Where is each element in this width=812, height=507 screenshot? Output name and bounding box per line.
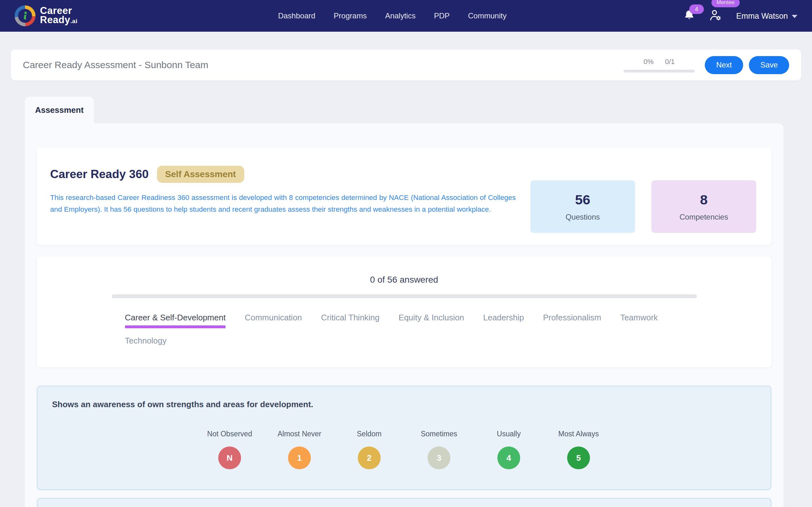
- nav-item-programs[interactable]: Programs: [334, 11, 367, 20]
- stat-competencies-value: 8: [700, 192, 708, 208]
- rating-option[interactable]: Almost Never1: [264, 430, 334, 469]
- progress-fraction: 0/1: [665, 58, 675, 66]
- progress-percent: 0%: [644, 58, 654, 66]
- role-badge: Mentee: [711, 0, 740, 7]
- header-progress-bar: [623, 70, 695, 72]
- top-navbar: Career Ready.ai Dashboard Programs Analy…: [0, 0, 812, 32]
- stat-competencies: 8 Competencies: [652, 180, 756, 233]
- rating-option-button[interactable]: 3: [427, 447, 450, 469]
- brand-name: Career Ready.ai: [40, 6, 78, 26]
- logo-person-icon: [14, 5, 36, 26]
- rating-option-button[interactable]: 4: [497, 447, 520, 469]
- rating-option-button[interactable]: 1: [288, 447, 311, 469]
- nav-item-analytics[interactable]: Analytics: [385, 11, 415, 20]
- page-title: Career Ready Assessment - Sunbonn Team: [23, 60, 208, 70]
- notification-count-badge: 4: [689, 4, 704, 14]
- main-navigation: Dashboard Programs Analytics PDP Communi…: [278, 11, 507, 20]
- assessment-title: Career Ready 360: [50, 168, 149, 181]
- answer-progress-card: 0 of 56 answered Career & Self-Developme…: [37, 257, 771, 367]
- competency-tab-leadership[interactable]: Leadership: [483, 313, 524, 328]
- competency-tab-technology[interactable]: Technology: [125, 336, 167, 351]
- tab-assessment[interactable]: Assessment: [25, 97, 94, 123]
- competency-tab-professionalism[interactable]: Professionalism: [543, 313, 601, 328]
- rating-option-label: Not Observed: [207, 430, 252, 438]
- user-settings-button[interactable]: Mentee: [709, 9, 722, 23]
- competency-tabs: Career & Self-Development Communication …: [112, 313, 697, 351]
- answer-progress-bar: [112, 294, 697, 298]
- nav-item-community[interactable]: Community: [468, 11, 507, 20]
- question-card: Shows an awareness of own strengths and …: [37, 386, 771, 490]
- rating-option[interactable]: Seldom2: [334, 430, 404, 469]
- rating-option-label: Seldom: [357, 430, 382, 438]
- rating-option-label: Most Always: [558, 430, 599, 438]
- rating-option-label: Usually: [497, 430, 520, 438]
- stat-questions-label: Questions: [565, 213, 600, 222]
- assessment-overview-card: Career Ready 360 Self Assessment This re…: [37, 147, 771, 245]
- chevron-down-icon: [792, 15, 798, 18]
- rating-scale: Not ObservedNAlmost Never1Seldom2Sometim…: [52, 430, 756, 469]
- stat-questions: 56 Questions: [530, 180, 635, 233]
- rating-option[interactable]: Most Always5: [544, 430, 613, 469]
- next-button[interactable]: Next: [705, 56, 743, 74]
- rating-option[interactable]: Not ObservedN: [195, 430, 264, 469]
- stat-competencies-label: Competencies: [679, 213, 728, 222]
- assessment-stats: 56 Questions 8 Competencies: [530, 180, 756, 233]
- rating-option-label: Sometimes: [420, 430, 457, 438]
- nav-item-pdp[interactable]: PDP: [434, 11, 450, 20]
- header-progress: 0% 0/1: [623, 58, 695, 72]
- competency-tab-career-self-development[interactable]: Career & Self-Development: [125, 313, 226, 328]
- career-ready-logo-icon: [14, 5, 36, 26]
- assessment-description: This research-based Career Readiness 360…: [50, 192, 516, 215]
- user-gear-icon: [709, 9, 722, 22]
- save-button[interactable]: Save: [749, 56, 789, 74]
- page-header: Career Ready Assessment - Sunbonn Team 0…: [11, 49, 801, 80]
- answered-count-text: 0 of 56 answered: [37, 275, 771, 285]
- stat-questions-value: 56: [575, 192, 590, 208]
- rating-option-button[interactable]: 5: [567, 447, 590, 469]
- rating-option-label: Almost Never: [277, 430, 321, 438]
- nav-item-dashboard[interactable]: Dashboard: [278, 11, 315, 20]
- rating-option[interactable]: Usually4: [474, 430, 544, 469]
- rating-option[interactable]: Sometimes3: [404, 430, 474, 469]
- user-menu[interactable]: Emma Watson: [736, 11, 798, 20]
- rating-option-button[interactable]: N: [218, 447, 241, 469]
- rating-option-button[interactable]: 2: [358, 447, 380, 469]
- competency-tab-teamwork[interactable]: Teamwork: [620, 313, 658, 328]
- competency-tab-critical-thinking[interactable]: Critical Thinking: [321, 313, 379, 328]
- notifications-button[interactable]: 4: [683, 9, 695, 22]
- brand-logo[interactable]: Career Ready.ai: [14, 5, 78, 26]
- competency-tab-communication[interactable]: Communication: [245, 313, 302, 328]
- user-name: Emma Watson: [736, 11, 788, 20]
- question-card: Identifies areas for continual growth wh…: [37, 498, 771, 507]
- competency-tab-equity-inclusion[interactable]: Equity & Inclusion: [399, 313, 464, 328]
- question-text: Shows an awareness of own strengths and …: [52, 400, 756, 409]
- assessment-panel: Career Ready 360 Self Assessment This re…: [25, 123, 783, 507]
- self-assessment-badge: Self Assessment: [157, 166, 244, 183]
